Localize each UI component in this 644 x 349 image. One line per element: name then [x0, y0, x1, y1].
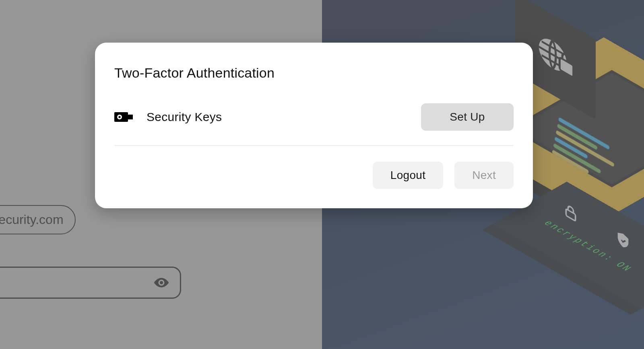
modal-title: Two-Factor Authentication	[114, 65, 514, 81]
two-factor-modal: Two-Factor Authentication Security Keys …	[95, 43, 533, 208]
next-button[interactable]: Next	[454, 162, 514, 189]
svg-rect-7	[128, 115, 133, 119]
svg-point-6	[118, 116, 120, 118]
set-up-button[interactable]: Set Up	[421, 103, 514, 131]
two-factor-method-label: Security Keys	[147, 110, 408, 124]
modal-actions: Logout Next	[114, 162, 514, 189]
security-key-icon	[114, 111, 134, 123]
logout-button[interactable]: Logout	[373, 162, 443, 189]
app-stage: encryption: ON	[0, 0, 644, 349]
two-factor-method-row: Security Keys Set Up	[114, 103, 514, 146]
